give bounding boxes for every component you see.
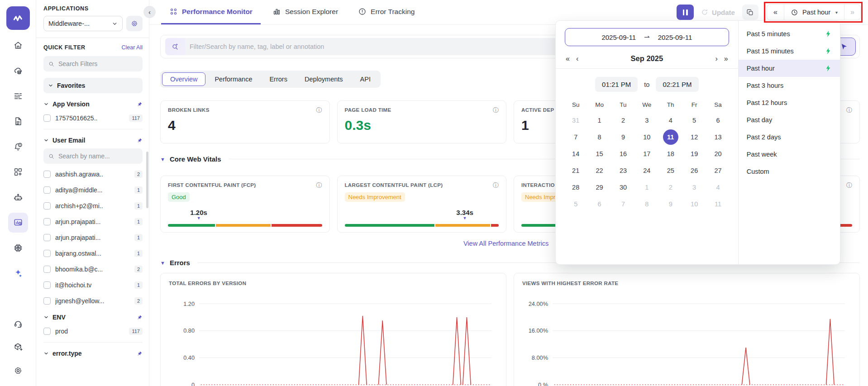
- checkbox[interactable]: [43, 218, 51, 225]
- calendar-day[interactable]: 6: [706, 112, 730, 129]
- calendar-day[interactable]: 24: [635, 162, 658, 179]
- rail-item-support-headset[interactable]: [8, 314, 28, 334]
- calendar-day[interactable]: 23: [611, 162, 635, 179]
- sidebar-collapse-button[interactable]: ‹: [143, 6, 156, 18]
- tab-error-tracking[interactable]: Error Tracking: [350, 0, 423, 24]
- calendar-day[interactable]: 9: [659, 195, 682, 212]
- calendar-day[interactable]: 2: [659, 179, 682, 195]
- subtab-performance[interactable]: Performance: [206, 72, 260, 86]
- rail-item-infrastructure[interactable]: [8, 61, 28, 81]
- checkbox[interactable]: [43, 281, 51, 289]
- info-icon[interactable]: ⓘ: [846, 182, 852, 188]
- calendar-day[interactable]: 28: [564, 179, 587, 195]
- time-shift-forward-button[interactable]: »: [844, 5, 860, 20]
- checkbox[interactable]: [43, 328, 51, 335]
- calendar-day[interactable]: 26: [682, 162, 706, 179]
- checkbox[interactable]: [43, 297, 51, 305]
- update-button[interactable]: Update: [698, 9, 738, 16]
- calendar-day[interactable]: 12: [682, 129, 706, 145]
- info-icon[interactable]: ⓘ: [316, 182, 322, 188]
- info-icon[interactable]: ⓘ: [316, 107, 322, 113]
- time-range-option-past-15-minutes[interactable]: Past 15 minutes: [739, 43, 840, 60]
- calendar-day[interactable]: 13: [706, 129, 730, 145]
- calendar-day[interactable]: 14: [564, 145, 587, 162]
- time-range-option-custom[interactable]: Custom: [739, 163, 840, 180]
- view-all-performance-link[interactable]: View All Performance Metrics: [463, 240, 548, 247]
- subtab-errors[interactable]: Errors: [261, 72, 295, 86]
- rail-item-settings-gear[interactable]: [8, 361, 28, 381]
- calendar-day[interactable]: 3: [682, 179, 706, 195]
- checkbox[interactable]: [43, 266, 51, 273]
- rail-item-integrations-cube[interactable]: [8, 337, 28, 357]
- calendar-day[interactable]: 29: [587, 179, 611, 195]
- clear-all-link[interactable]: Clear All: [121, 44, 143, 51]
- calendar-day[interactable]: 16: [611, 145, 635, 162]
- time-range-option-past-12-hours[interactable]: Past 12 hours: [739, 94, 840, 111]
- application-settings-button[interactable]: [126, 16, 143, 31]
- info-icon[interactable]: ⓘ: [493, 182, 499, 188]
- time-shift-back-button[interactable]: «: [767, 5, 784, 20]
- calendar-day[interactable]: 4: [659, 112, 682, 129]
- search-filters-input[interactable]: [58, 60, 138, 67]
- copy-dashboard-button[interactable]: [742, 5, 758, 20]
- calendar-day[interactable]: 15: [587, 145, 611, 162]
- calendar-day[interactable]: 22: [587, 162, 611, 179]
- info-icon[interactable]: ⓘ: [846, 107, 852, 113]
- checkbox[interactable]: [43, 171, 51, 178]
- calendar-day[interactable]: 21: [564, 162, 587, 179]
- prev-year-button[interactable]: «: [566, 55, 570, 63]
- calendar-day[interactable]: 20: [706, 145, 730, 162]
- calendar-day[interactable]: 5: [682, 112, 706, 129]
- time-range-dropdown[interactable]: Past hour ▾: [784, 5, 844, 20]
- rail-item-billing-chip[interactable]: [8, 238, 28, 258]
- calendar-day[interactable]: 7: [564, 129, 587, 145]
- time-range-option-past-day[interactable]: Past day: [739, 111, 840, 129]
- sidebar-scrollbar[interactable]: [146, 152, 148, 208]
- calendar-day[interactable]: 8: [635, 195, 658, 212]
- filter-group-header-env[interactable]: ENV: [43, 314, 143, 321]
- pin-icon[interactable]: [137, 138, 143, 143]
- subtab-overview[interactable]: Overview: [162, 72, 205, 86]
- calendar-day[interactable]: 30: [611, 179, 635, 195]
- tab-session-explorer[interactable]: Session Explorer: [264, 0, 346, 24]
- calendar-day[interactable]: 17: [635, 145, 658, 162]
- calendar-day[interactable]: 8: [587, 129, 611, 145]
- time-range-option-past-2-days[interactable]: Past 2 days: [739, 129, 840, 146]
- calendar-day[interactable]: 1: [635, 179, 658, 195]
- calendar-day[interactable]: 7: [611, 195, 635, 212]
- subtab-api[interactable]: API: [352, 72, 379, 86]
- filter-group-header-error-type[interactable]: error.type: [43, 350, 143, 357]
- pin-icon[interactable]: [137, 315, 143, 320]
- rail-item-logs[interactable]: [8, 86, 28, 106]
- rail-item-dashboards[interactable]: [8, 162, 28, 182]
- time-range-option-past-3-hours[interactable]: Past 3 hours: [739, 77, 840, 94]
- pause-refresh-button[interactable]: [677, 5, 694, 20]
- section-collapse-icon[interactable]: ▼: [160, 157, 165, 162]
- rail-item-documents[interactable]: [8, 111, 28, 131]
- calendar-day[interactable]: 31: [564, 112, 587, 129]
- start-time-field[interactable]: 01:21 PM: [595, 77, 638, 92]
- favorites-toggle[interactable]: Favorites: [43, 78, 143, 93]
- application-selector[interactable]: Middleware-...: [43, 16, 123, 31]
- calendar-day[interactable]: 9: [611, 129, 635, 145]
- calendar-day[interactable]: 25: [659, 162, 682, 179]
- section-collapse-icon[interactable]: ▼: [160, 260, 165, 266]
- time-range-option-past-week[interactable]: Past week: [739, 146, 840, 163]
- checkbox[interactable]: [43, 234, 51, 241]
- calendar-day[interactable]: 27: [706, 162, 730, 179]
- calendar-day[interactable]: 5: [564, 195, 587, 212]
- calendar-day[interactable]: 10: [635, 129, 658, 145]
- end-time-field[interactable]: 02:21 PM: [656, 77, 698, 92]
- rail-item-ai-sparkle[interactable]: [8, 263, 28, 283]
- checkbox[interactable]: [43, 250, 51, 257]
- pin-icon[interactable]: [137, 101, 143, 107]
- calendar-day[interactable]: 2: [611, 112, 635, 129]
- calendar-day[interactable]: 11: [706, 195, 730, 212]
- calendar-day[interactable]: 4: [706, 179, 730, 195]
- tab-performance-monitor[interactable]: Performance Monitor: [161, 0, 261, 24]
- checkbox[interactable]: [43, 114, 51, 122]
- rail-item-assistant-bot[interactable]: [8, 187, 28, 207]
- calendar-day[interactable]: 6: [587, 195, 611, 212]
- calendar-day[interactable]: 1: [587, 112, 611, 129]
- pin-icon[interactable]: [137, 351, 143, 357]
